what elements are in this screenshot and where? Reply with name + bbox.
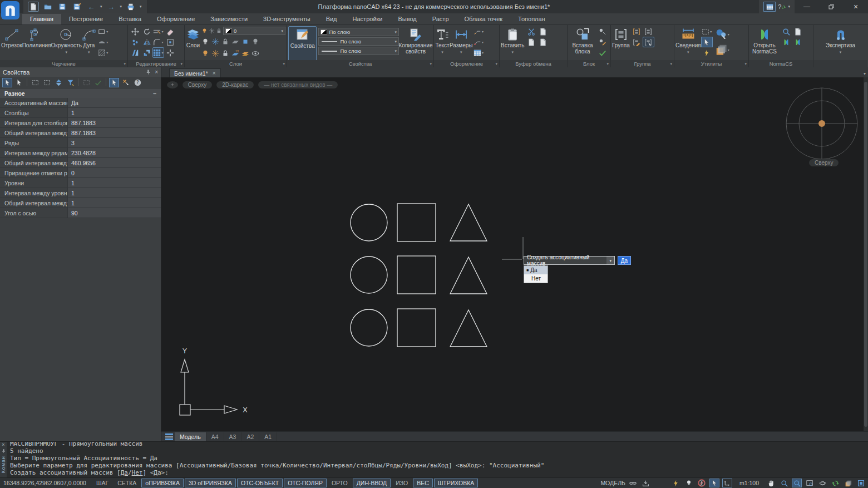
lineweight-select[interactable]: По слою▾ xyxy=(318,47,399,55)
copy-base-button[interactable] xyxy=(537,37,549,47)
layer-thaw-button[interactable] xyxy=(211,48,219,58)
layout-list-icon[interactable] xyxy=(164,433,175,440)
command-prompt[interactable]: Создать ассоциативный массив [Да/Нет] <Д… xyxy=(10,469,868,476)
group-label-format[interactable]: Оформление▾ xyxy=(434,60,499,67)
copy-link-button[interactable] xyxy=(537,26,549,37)
orbit-icon[interactable] xyxy=(817,479,827,487)
block-edit-button[interactable] xyxy=(596,47,608,58)
explode-button[interactable] xyxy=(164,47,176,58)
select-all-button[interactable] xyxy=(701,37,713,47)
annotation-tray-icon[interactable] xyxy=(641,479,651,487)
close-button[interactable]: × xyxy=(844,0,868,13)
tab-vstavka[interactable]: Вставка xyxy=(111,14,149,24)
undo-dropdown[interactable]: ▾ xyxy=(100,4,102,9)
sheets-icon[interactable] xyxy=(843,479,853,487)
circle-button[interactable]: Окружность▾ xyxy=(51,26,82,61)
layout-tab-model[interactable]: Модель xyxy=(175,432,206,441)
copy-button[interactable] xyxy=(129,37,141,47)
stretch-button[interactable] xyxy=(129,47,141,58)
restore-button[interactable] xyxy=(819,0,844,13)
nanocad-logo-icon[interactable] xyxy=(1,1,19,19)
pan-hand-icon[interactable] xyxy=(766,479,776,487)
tab-oblaka-tochek[interactable]: Облака точек xyxy=(457,14,511,24)
select-object-button[interactable] xyxy=(14,78,24,87)
layer-merge-button[interactable] xyxy=(241,48,249,58)
help-icon[interactable] xyxy=(132,78,142,87)
drawing-canvas[interactable]: + Сверху 2D-каркас — нет связанных видов… xyxy=(161,77,868,431)
help-button[interactable]: ? xyxy=(778,3,786,10)
multileader-button[interactable]: ▾ xyxy=(473,26,485,37)
attr-edit-button[interactable] xyxy=(596,37,608,47)
group-label-layers[interactable]: Слои▾ xyxy=(185,60,287,67)
layer-on-orange-button[interactable] xyxy=(201,48,209,58)
offset-button[interactable] xyxy=(164,37,176,47)
group-label-utilities[interactable]: Утилиты▾ xyxy=(674,60,748,67)
group-create-button[interactable] xyxy=(631,26,643,37)
layer-visibility-button[interactable] xyxy=(251,48,259,58)
insert-block-button[interactable]: Вставка блока xyxy=(569,26,596,61)
tab-zavisimosti[interactable]: Зависимости xyxy=(203,14,255,24)
toggle-iso[interactable]: ИЗО xyxy=(392,479,412,487)
canvas-scrollbar[interactable] xyxy=(864,77,868,431)
add-to-selection-button[interactable] xyxy=(2,78,12,87)
properties-button[interactable]: Свойства xyxy=(288,26,317,61)
group-label-edit[interactable]: Редактирование▾ xyxy=(128,60,184,67)
tab-oformlenie[interactable]: Оформление xyxy=(149,14,203,24)
fillet-button[interactable]: ▾ xyxy=(152,37,164,47)
select-window-button[interactable] xyxy=(30,78,40,87)
toggle-grid[interactable]: СЕТКА xyxy=(114,479,140,487)
viewport-style-control[interactable]: 2D-каркас xyxy=(216,81,254,88)
viewport-plus-control[interactable]: + xyxy=(167,81,178,88)
measure-button[interactable]: Сведения▾ xyxy=(675,26,701,61)
qat-customize-button[interactable]: ▾ xyxy=(140,4,142,9)
select-similar-button[interactable]: ▾ xyxy=(714,26,731,42)
properties-section-misc[interactable]: Разное− xyxy=(0,88,161,98)
line-button[interactable]: Отрезок xyxy=(1,26,22,61)
redo-button[interactable]: → xyxy=(106,2,117,12)
selection-filter-button[interactable] xyxy=(701,47,713,58)
layer-select[interactable]: 0▾ xyxy=(223,27,285,35)
group-edit-button[interactable] xyxy=(631,37,643,47)
command-history[interactable]: МАССИВПРЯМОУГ - Прямоугольный массив 5 н… xyxy=(7,442,868,477)
mirror-button[interactable] xyxy=(141,37,152,47)
toggle-lineweight[interactable]: ВЕС xyxy=(413,479,433,487)
toggle-osnap[interactable]: оПРИВЯЗКА xyxy=(141,479,184,487)
toggle-ortho[interactable]: ОРТО xyxy=(328,479,352,487)
attributes-button[interactable] xyxy=(596,26,608,37)
dimensions-button[interactable]: Размеры▾ xyxy=(450,26,473,61)
arc-button[interactable]: Дуга▾ xyxy=(82,26,96,61)
compass-disabled-icon[interactable] xyxy=(697,479,707,487)
panel-close-icon[interactable]: × xyxy=(155,69,158,75)
tab-glavnaya[interactable]: Главная xyxy=(22,14,61,24)
dyn-input-value[interactable]: Да xyxy=(618,256,631,265)
save-as-button[interactable] xyxy=(71,2,82,12)
normacs-insert-button[interactable] xyxy=(792,37,803,47)
grid-cursor-icon[interactable] xyxy=(671,479,681,487)
polyline-button[interactable]: Полилиния xyxy=(22,26,51,61)
invert-selection-button[interactable] xyxy=(53,78,63,87)
group-label-block[interactable]: Блок▾ xyxy=(568,60,610,67)
tab-3d-instrumenty[interactable]: 3D-инструменты xyxy=(255,14,318,24)
trim-button[interactable]: ▾ xyxy=(152,26,164,37)
dyn-option-yes[interactable]: ■Да xyxy=(524,266,548,274)
redo-dropdown[interactable]: ▾ xyxy=(120,4,122,9)
selection-cursor-icon[interactable] xyxy=(709,479,719,487)
layer-freeze-button[interactable] xyxy=(211,37,219,47)
select-crossing-button[interactable] xyxy=(42,78,52,87)
group-label-clipboard[interactable]: Буфер обмена xyxy=(500,60,567,67)
layer-unlock-button[interactable] xyxy=(221,48,229,58)
locator-view-label[interactable]: Сверху xyxy=(809,159,839,166)
draw-order-button[interactable]: ▾ xyxy=(714,42,731,57)
copy-clip-button[interactable] xyxy=(525,37,537,47)
layer-move-button[interactable]: 13 xyxy=(231,48,239,58)
layer-lock-button[interactable] xyxy=(221,37,229,47)
normacs-clip-button[interactable] xyxy=(780,37,792,47)
dyn-option-no[interactable]: Нет xyxy=(524,274,548,283)
tab-topoplan[interactable]: Топоплан xyxy=(510,14,553,24)
viewport-scale[interactable]: m1:100 xyxy=(735,480,763,486)
layout-tab-a3[interactable]: А3 xyxy=(224,432,242,441)
table-button[interactable]: ▾ xyxy=(473,47,485,58)
open-normacs-button[interactable]: Открыть NormaCS xyxy=(750,26,779,61)
selection-filter-button-panel[interactable] xyxy=(65,78,75,87)
rectangle-tool-button[interactable]: ▾ xyxy=(97,26,109,37)
